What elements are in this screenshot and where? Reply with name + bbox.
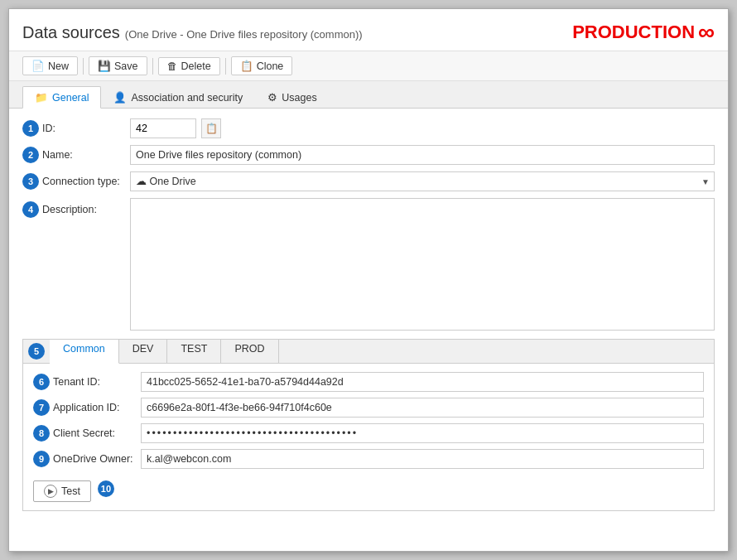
name-label: 2 Name: [22, 147, 130, 163]
env-tab-prod-label: PROD [234, 343, 264, 355]
save-icon: 💾 [98, 60, 111, 72]
new-label: New [48, 60, 69, 72]
test-button[interactable]: ▶ Test [33, 480, 91, 502]
connection-type-label: 3 Connection type: [22, 173, 130, 190]
app-id-label-text: Application ID: [53, 402, 120, 413]
form-body: 1 ID: 📋 2 Name: 3 Connection type: [9, 109, 728, 521]
connection-type-dropdown-wrap: ☁ One Drive ▼ [130, 171, 715, 191]
gear-icon: ⚙ [267, 91, 277, 104]
env-tab-dev[interactable]: DEV [119, 340, 168, 363]
tenant-id-row: 6 Tenant ID: [33, 372, 704, 392]
clone-label: Clone [257, 60, 284, 72]
new-icon: 📄 [31, 60, 45, 72]
connection-type-label-text: Connection type: [42, 176, 120, 187]
onedrive-owner-row: 9 OneDrive Owner: [33, 449, 704, 469]
description-label-text: Description: [42, 204, 97, 215]
connection-type-select[interactable]: ☁ One Drive [130, 171, 715, 191]
onedrive-owner-label-text: OneDrive Owner: [53, 453, 133, 465]
name-input[interactable] [130, 145, 715, 165]
main-window: Data sources (One Drive - One Drive file… [8, 8, 729, 552]
clone-icon: 📋 [240, 60, 253, 72]
tab-association[interactable]: 👤 Association and security [101, 86, 255, 108]
title-left: Data sources (One Drive - One Drive file… [22, 23, 363, 42]
tab-usages[interactable]: ⚙ Usages [255, 86, 329, 108]
tenant-id-label-text: Tenant ID: [53, 376, 100, 388]
id-label-text: ID: [42, 123, 55, 134]
step-10: 10 [98, 480, 114, 497]
client-secret-label-text: Client Secret: [53, 427, 115, 439]
app-id-row: 7 Application ID: [33, 398, 704, 418]
page-subtitle: (One Drive - One Drive files repository … [125, 28, 363, 41]
client-secret-label: 8 Client Secret: [33, 425, 141, 442]
app-id-input[interactable] [141, 398, 704, 418]
tab-general[interactable]: 📁 General [22, 86, 101, 109]
play-icon: ▶ [44, 485, 57, 498]
tab-association-label: Association and security [131, 92, 243, 104]
description-textarea[interactable] [130, 198, 715, 331]
id-field-group: 📋 [130, 118, 221, 138]
description-label: 4 Description: [22, 198, 130, 218]
env-badge-text: PRODUCTION [572, 22, 695, 43]
id-row: 1 ID: 📋 [22, 118, 715, 138]
env-tab-dev-label: DEV [132, 343, 154, 355]
env-body: 6 Tenant ID: 7 Application ID: [23, 364, 714, 510]
infinity-icon: ∞ [698, 19, 715, 46]
delete-label: Delete [181, 60, 211, 72]
env-tab-test-label: TEST [181, 343, 207, 355]
user-key-icon: 👤 [113, 91, 127, 104]
toolbar-sep-3 [225, 58, 226, 75]
env-tabs-row: 5 Common DEV TEST PROD [23, 340, 714, 364]
onedrive-owner-input[interactable] [141, 449, 704, 469]
step-1: 1 [22, 120, 39, 137]
description-row: 4 Description: [22, 198, 715, 331]
step-9: 9 [33, 451, 50, 467]
id-input[interactable] [130, 118, 196, 138]
app-id-label: 7 Application ID: [33, 399, 141, 416]
delete-button[interactable]: 🗑 Delete [158, 57, 220, 75]
step-2: 2 [22, 147, 39, 163]
onedrive-owner-label: 9 OneDrive Owner: [33, 451, 141, 467]
folder-icon: 📁 [35, 91, 48, 104]
env-tab-common[interactable]: Common [50, 340, 119, 364]
connection-type-row: 3 Connection type: ☁ One Drive ▼ [22, 171, 715, 191]
tab-usages-label: Usages [282, 92, 316, 104]
step-3: 3 [22, 173, 39, 190]
env-tab-test[interactable]: TEST [167, 340, 221, 363]
client-secret-input[interactable] [141, 423, 704, 443]
clone-button[interactable]: 📋 Clone [231, 56, 293, 75]
tenant-id-input[interactable] [141, 372, 704, 392]
step-7: 7 [33, 399, 50, 416]
step-6: 6 [33, 374, 50, 390]
env-tabs-section: 5 Common DEV TEST PROD 6 [22, 339, 715, 511]
test-row: ▶ Test 10 [33, 476, 704, 502]
page-title: Data sources [22, 23, 120, 42]
save-button[interactable]: 💾 Save [89, 56, 147, 75]
step-5: 5 [28, 343, 45, 360]
env-tab-prod[interactable]: PROD [221, 340, 278, 363]
id-label: 1 ID: [22, 120, 130, 137]
test-button-label: Test [61, 485, 80, 497]
env-tab-common-label: Common [63, 343, 105, 355]
tenant-id-label: 6 Tenant ID: [33, 374, 141, 390]
name-label-text: Name: [42, 149, 73, 161]
toolbar-sep-1 [83, 58, 84, 75]
toolbar: 📄 New 💾 Save 🗑 Delete 📋 Clone [9, 51, 728, 81]
step-8: 8 [33, 425, 50, 442]
copy-id-button[interactable]: 📋 [201, 118, 221, 138]
new-button[interactable]: 📄 New [22, 56, 78, 75]
toolbar-sep-2 [152, 58, 153, 75]
name-row: 2 Name: [22, 145, 715, 165]
title-bar: Data sources (One Drive - One Drive file… [9, 9, 728, 51]
env-badge: PRODUCTION ∞ [572, 19, 715, 46]
save-label: Save [114, 60, 138, 72]
step-4: 4 [22, 201, 39, 218]
main-tabs: 📁 General 👤 Association and security ⚙ U… [9, 81, 728, 109]
tab-general-label: General [52, 92, 89, 104]
client-secret-row: 8 Client Secret: [33, 423, 704, 443]
delete-icon: 🗑 [167, 60, 178, 72]
